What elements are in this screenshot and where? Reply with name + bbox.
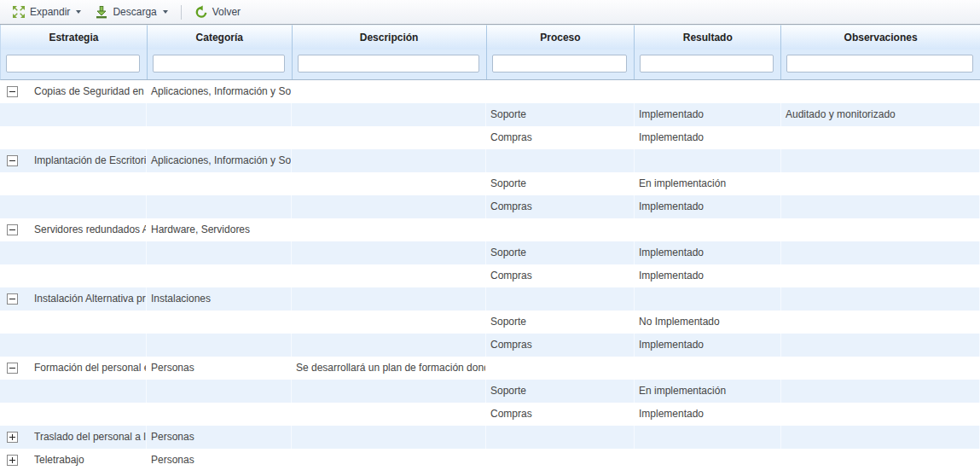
filter-input-descripcion[interactable]	[298, 55, 479, 73]
cell-categoria: Aplicaciones, Información y Soft	[147, 149, 292, 172]
cell-proceso: Soporte	[486, 103, 635, 126]
cell-descripcion	[292, 380, 486, 403]
cell-categoria	[147, 241, 292, 264]
filter-input-estrategia[interactable]	[6, 55, 140, 73]
cell-estrategia	[0, 264, 147, 287]
cell-observaciones	[781, 403, 980, 426]
download-icon	[95, 5, 108, 19]
table-row[interactable]: Soporte En implementación	[0, 172, 980, 195]
back-arrow-icon	[194, 5, 208, 19]
cell-estrategia	[0, 172, 147, 195]
cell-observaciones	[781, 241, 980, 264]
cell-resultado: En implementación	[635, 172, 781, 195]
table-row[interactable]: Soporte Implementado	[0, 241, 980, 264]
volver-button[interactable]: Volver	[188, 2, 247, 22]
table-row[interactable]: Traslado del personal a la Personas	[0, 426, 980, 449]
cell-categoria	[147, 403, 292, 426]
table-row[interactable]: Soporte En implementación	[0, 380, 980, 403]
filter-input-proceso[interactable]	[492, 55, 628, 73]
cell-resultado	[635, 426, 781, 449]
cell-descripcion	[292, 334, 486, 357]
filter-input-resultado[interactable]	[640, 55, 774, 73]
cell-estrategia: Instalación Alternativa pre	[0, 287, 147, 311]
cell-resultado: Implementado	[635, 195, 781, 218]
column-header-categoria[interactable]: Categoría	[148, 25, 293, 49]
cell-resultado	[635, 449, 781, 472]
expand-all-icon	[12, 5, 26, 19]
cell-proceso	[486, 80, 635, 103]
table-row[interactable]: Teletrabajo Personas	[0, 449, 980, 472]
cell-observaciones	[781, 334, 980, 357]
expandir-button[interactable]: Expandir	[5, 2, 88, 22]
table-row[interactable]: Copias de Seguridad en to Aplicaciones, …	[0, 80, 980, 103]
estrategia-text: Servidores redundados Ac	[34, 218, 146, 241]
table-row[interactable]: Servidores redundados Ac Hardware, Servi…	[0, 218, 980, 241]
collapse-minus-icon[interactable]	[7, 86, 18, 97]
table-row[interactable]: Instalación Alternativa pre Instalacione…	[0, 287, 980, 311]
cell-estrategia: Traslado del personal a la	[0, 426, 147, 449]
grid-body: Copias de Seguridad en to Aplicaciones, …	[0, 80, 980, 472]
collapse-minus-icon[interactable]	[7, 293, 18, 305]
cell-resultado	[635, 287, 781, 311]
cell-descripcion	[292, 426, 486, 449]
column-header-observaciones[interactable]: Observaciones	[781, 25, 980, 49]
estrategia-text: Traslado del personal a la	[34, 426, 146, 449]
cell-resultado: Implementado	[635, 103, 781, 126]
cell-proceso: Compras	[486, 195, 635, 218]
filter-input-observaciones[interactable]	[786, 55, 973, 73]
cell-observaciones	[781, 149, 980, 172]
cell-categoria: Aplicaciones, Información y Soft	[147, 80, 292, 103]
toolbar: Expandir Descarga Volver	[0, 0, 980, 25]
expand-plus-icon[interactable]	[7, 455, 18, 466]
estrategia-text: Implantación de Escritorio	[34, 149, 146, 172]
expand-plus-icon[interactable]	[7, 432, 18, 443]
estrategia-text: Instalación Alternativa pre	[34, 287, 146, 311]
cell-descripcion	[292, 103, 486, 126]
table-row[interactable]: Formación del personal er Personas Se de…	[0, 357, 980, 380]
table-row[interactable]: Soporte Implementado Auditado y monitori…	[0, 103, 980, 126]
volver-label: Volver	[212, 6, 241, 18]
column-header-estrategia[interactable]: Estrategia	[1, 25, 148, 49]
cell-resultado: Implementado	[635, 334, 781, 357]
cell-estrategia	[0, 334, 147, 357]
estrategia-text: Copias de Seguridad en to	[34, 80, 146, 103]
table-row[interactable]: Soporte No Implementado	[0, 311, 980, 334]
cell-observaciones	[781, 126, 980, 149]
table-row[interactable]: Implantación de Escritorio Aplicaciones,…	[0, 149, 980, 172]
cell-proceso: Compras	[486, 264, 635, 287]
cell-categoria	[147, 380, 292, 403]
collapse-minus-icon[interactable]	[7, 363, 18, 374]
filter-input-categoria[interactable]	[153, 55, 285, 73]
estrategia-text: Formación del personal er	[34, 357, 146, 380]
collapse-minus-icon[interactable]	[7, 155, 18, 166]
cell-categoria	[147, 103, 292, 126]
table-row[interactable]: Compras Implementado	[0, 195, 980, 218]
filter-cell	[781, 49, 980, 79]
table-row[interactable]: Compras Implementado	[0, 403, 980, 426]
table-row[interactable]: Compras Implementado	[0, 264, 980, 287]
cell-observaciones	[781, 264, 980, 287]
cell-proceso: Soporte	[486, 380, 635, 403]
grid-header: Estrategia Categoría Descripción Proceso…	[0, 25, 980, 49]
table-row[interactable]: Compras Implementado	[0, 334, 980, 357]
cell-resultado: Implementado	[635, 264, 781, 287]
filter-cell	[487, 49, 635, 79]
filter-row	[0, 49, 980, 80]
cell-observaciones	[781, 218, 980, 241]
cell-estrategia: Implantación de Escritorio	[0, 149, 147, 172]
collapse-minus-icon[interactable]	[7, 224, 18, 235]
cell-categoria	[147, 334, 292, 357]
cell-descripcion	[292, 195, 486, 218]
column-header-resultado[interactable]: Resultado	[635, 25, 781, 49]
cell-descripcion	[292, 218, 486, 241]
table-row[interactable]: Compras Implementado	[0, 126, 980, 149]
column-header-descripcion[interactable]: Descripción	[293, 25, 487, 49]
column-header-proceso[interactable]: Proceso	[487, 25, 635, 49]
cell-resultado	[635, 80, 781, 103]
cell-descripcion	[292, 149, 486, 172]
cell-estrategia	[0, 380, 147, 403]
cell-descripcion	[292, 172, 486, 195]
cell-descripcion	[292, 126, 486, 149]
cell-observaciones	[781, 172, 980, 195]
descarga-button[interactable]: Descarga	[88, 2, 174, 22]
